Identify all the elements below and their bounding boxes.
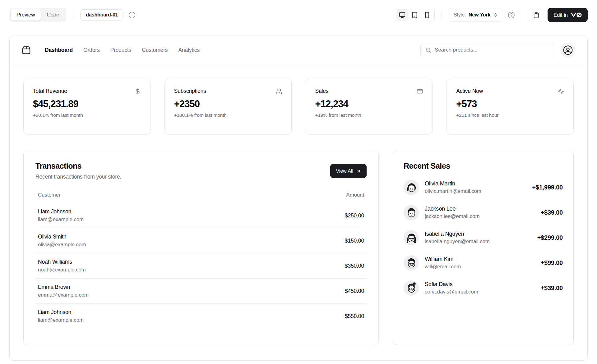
transactions-description: Recent transactions from your store. — [35, 174, 121, 180]
stat-title: Sales — [315, 88, 329, 94]
stat-card-total-revenue: Total Revenue $45,231.89 +20.1% from las… — [23, 79, 150, 134]
list-item[interactable]: Sofia Davis sofia.davis@email.com +$39.0… — [404, 280, 563, 296]
nav-item-analytics[interactable]: Analytics — [178, 47, 200, 53]
block-name-badge: dashboard-01 — [80, 9, 123, 20]
stat-value: +573 — [456, 98, 564, 110]
stat-value: $45,231.89 — [33, 98, 141, 110]
search-box — [420, 43, 554, 57]
customer-name: Olivia Smith — [38, 234, 86, 240]
list-item[interactable]: Isabella Nguyen isabella.nguyen@email.co… — [404, 230, 563, 245]
credit-card-icon — [417, 88, 423, 94]
table-header-row: Customer Amount — [35, 188, 367, 203]
stat-card-subscriptions: Subscriptions +2350 +180.1% from last mo… — [164, 79, 292, 134]
chevrons-up-down-icon — [493, 12, 498, 17]
stat-change: +19% from last month — [315, 112, 423, 118]
sale-customer-email: isabella.nguyen@email.com — [425, 239, 490, 245]
recent-sales-title: Recent Sales — [404, 162, 563, 171]
tablet-icon — [411, 12, 418, 18]
list-item[interactable]: William Kim will@email.com +$99.00 — [404, 255, 563, 271]
customer-email: liam@example.com — [38, 317, 84, 323]
table-row[interactable]: Noah Williams noah@example.com $350.00 — [35, 253, 367, 279]
divider — [73, 11, 73, 19]
transaction-amount: $150.00 — [345, 238, 364, 244]
customer-name: Liam Johnson — [38, 309, 84, 316]
circle-user-icon — [563, 45, 573, 55]
sale-customer-name: William Kim — [425, 256, 461, 262]
nav-item-customers[interactable]: Customers — [142, 47, 168, 53]
transactions-table: Customer Amount Liam Johnson liam@exampl… — [35, 188, 367, 329]
list-item[interactable]: Jackson Lee jackson.lee@email.com +$39.0… — [404, 205, 563, 220]
dashboard-content: Total Revenue $45,231.89 +20.1% from las… — [10, 65, 587, 345]
table-row[interactable]: Liam Johnson liam@example.com $550.00 — [35, 304, 367, 329]
edit-in-v0-label: Edit in — [553, 12, 568, 18]
recent-sales-card: Recent Sales Olivia Martin olivia.martin… — [393, 150, 574, 345]
list-item[interactable]: Olivia Martin olivia.martin@email.com +$… — [404, 180, 563, 195]
stat-card-sales: Sales +12,234 +19% from last month — [306, 79, 433, 134]
stat-value: +12,234 — [315, 98, 423, 110]
preview-toolbar: Preview Code dashboard-01 Style: New Yor… — [9, 7, 588, 22]
customer-name: Emma Brown — [38, 284, 89, 290]
arrow-up-right-icon — [356, 169, 361, 174]
monitor-icon — [399, 12, 405, 18]
customer-email: olivia@example.com — [38, 242, 86, 248]
help-circle-icon[interactable] — [508, 11, 515, 19]
stat-value: +2350 — [174, 98, 282, 110]
nav-item-products[interactable]: Products — [110, 47, 132, 53]
smartphone-toggle-button[interactable] — [421, 9, 433, 21]
avatar — [404, 205, 419, 220]
column-header-amount: Amount — [346, 192, 364, 198]
customer-email: emma@example.com — [38, 292, 89, 298]
view-all-label: View All — [336, 168, 353, 174]
style-select[interactable]: Style: New York — [449, 8, 503, 22]
sale-customer-name: Sofia Davis — [425, 281, 478, 288]
stat-change: +201 since last hour — [456, 112, 564, 118]
search-icon — [425, 47, 432, 53]
stat-title: Total Revenue — [33, 88, 67, 94]
transactions-card: Transactions Recent transactions from yo… — [23, 150, 379, 345]
dashboard-preview-panel: Dashboard Orders Products Customers Anal… — [9, 35, 588, 361]
info-icon[interactable] — [128, 11, 136, 19]
view-all-button[interactable]: View All — [330, 164, 367, 178]
table-row[interactable]: Olivia Smith olivia@example.com $150.00 — [35, 228, 367, 253]
customer-name: Liam Johnson — [38, 208, 84, 215]
avatar — [404, 255, 419, 271]
sale-amount: +$1,999.00 — [532, 184, 563, 191]
style-select-value: New York — [469, 12, 490, 18]
table-row[interactable]: Emma Brown emma@example.com $450.00 — [35, 279, 367, 304]
divider — [442, 11, 442, 19]
sale-customer-email: will@email.com — [425, 264, 461, 270]
tab-preview[interactable]: Preview — [11, 9, 41, 20]
copy-code-button[interactable] — [529, 8, 543, 22]
main-nav: Dashboard Orders Products Customers Anal… — [45, 47, 200, 53]
sale-customer-name: Jackson Lee — [425, 206, 479, 212]
avatar — [404, 230, 419, 245]
avatar — [404, 280, 419, 296]
column-header-customer: Customer — [38, 192, 60, 198]
edit-in-v0-button[interactable]: Edit in — [548, 8, 588, 22]
transactions-title: Transactions — [35, 162, 121, 171]
search-input[interactable] — [435, 47, 549, 53]
stats-row: Total Revenue $45,231.89 +20.1% from las… — [23, 79, 574, 134]
app-header: Dashboard Orders Products Customers Anal… — [10, 35, 587, 65]
user-menu-button[interactable] — [560, 43, 576, 58]
smartphone-icon — [424, 12, 430, 18]
nav-item-dashboard[interactable]: Dashboard — [45, 47, 73, 53]
transaction-amount: $450.00 — [345, 288, 364, 294]
sale-customer-email: olivia.martin@email.com — [425, 188, 481, 194]
v0-logo-icon — [571, 12, 582, 17]
toolbar-right: Style: New York Edit in — [395, 8, 588, 22]
sale-amount: +$99.00 — [541, 259, 563, 266]
sale-customer-name: Isabella Nguyen — [425, 231, 490, 237]
stat-change: +20.1% from last month — [33, 112, 141, 118]
sale-amount: +$39.00 — [541, 209, 563, 216]
table-row[interactable]: Liam Johnson liam@example.com $250.00 — [35, 203, 367, 228]
nav-item-orders[interactable]: Orders — [83, 47, 100, 53]
main-row: Transactions Recent transactions from yo… — [23, 150, 574, 345]
sale-amount: +$299.00 — [537, 234, 563, 241]
sale-customer-email: jackson.lee@email.com — [425, 213, 479, 220]
tablet-toggle-button[interactable] — [409, 9, 421, 21]
dollar-sign-icon — [135, 88, 141, 94]
desktop-toggle-button[interactable] — [396, 9, 409, 21]
package-brand-icon[interactable] — [21, 45, 31, 55]
tab-code[interactable]: Code — [41, 9, 65, 20]
